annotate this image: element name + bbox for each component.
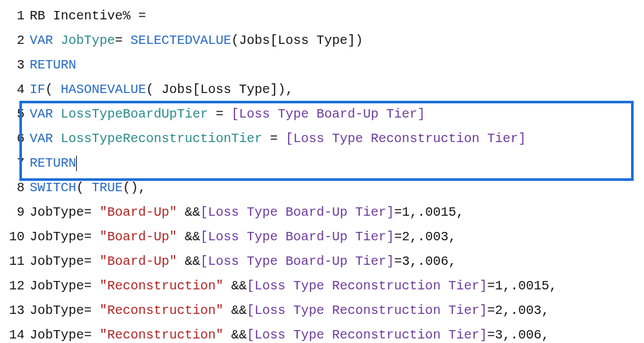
token: VAR bbox=[30, 107, 61, 121]
token: =1,.0015, bbox=[394, 205, 464, 220]
code-content: IF( HASONEVALUE( Jobs[Loss Type]), bbox=[30, 78, 641, 102]
line-number: 5 bbox=[3, 102, 30, 127]
token: "Reconstruction" bbox=[99, 278, 223, 293]
token: (), bbox=[123, 180, 146, 195]
token: =2,.003, bbox=[394, 229, 456, 244]
line-number: 2 bbox=[3, 28, 30, 53]
token: RB Incentive% bbox=[30, 8, 138, 23]
token: = bbox=[262, 131, 286, 146]
token: [Loss Type Board-Up Tier] bbox=[231, 107, 425, 121]
token: [Loss Type Reconstruction Tier] bbox=[247, 303, 487, 318]
token: =3,.006, bbox=[394, 254, 456, 269]
token: [Loss Type Reconstruction Tier] bbox=[247, 278, 487, 293]
code-line: 9JobType= "Board-Up" &&[Loss Type Board-… bbox=[3, 200, 641, 225]
token: "Reconstruction" bbox=[99, 327, 223, 342]
code-line: 6VAR LossTypeReconstructionTier = [Loss … bbox=[3, 127, 641, 151]
line-number: 13 bbox=[3, 298, 30, 323]
token: && bbox=[177, 229, 200, 244]
line-number: 10 bbox=[3, 225, 30, 249]
token: TRUE bbox=[92, 180, 123, 195]
code-content: VAR JobType= SELECTEDVALUE(Jobs[Loss Typ… bbox=[30, 28, 641, 53]
line-number: 9 bbox=[3, 200, 30, 225]
code-line: 4IF( HASONEVALUE( Jobs[Loss Type]), bbox=[3, 78, 641, 102]
code-line: 13JobType= "Reconstruction" &&[Loss Type… bbox=[3, 298, 641, 323]
code-content: RETURN bbox=[30, 53, 641, 78]
token: JobType= bbox=[30, 254, 99, 269]
token: = bbox=[208, 107, 231, 121]
code-line: 8SWITCH( TRUE(), bbox=[3, 176, 641, 200]
token: [Loss Type Board-Up Tier] bbox=[200, 254, 394, 269]
code-line: 10JobType= "Board-Up" &&[Loss Type Board… bbox=[3, 225, 641, 249]
code-content: VAR LossTypeReconstructionTier = [Loss T… bbox=[30, 127, 641, 151]
code-line: 2VAR JobType= SELECTEDVALUE(Jobs[Loss Ty… bbox=[3, 28, 641, 53]
token: JobType= bbox=[30, 229, 99, 244]
token: [Loss Type Board-Up Tier] bbox=[200, 229, 394, 244]
code-content: JobType= "Board-Up" &&[Loss Type Board-U… bbox=[30, 225, 641, 249]
code-content: JobType= "Reconstruction" &&[Loss Type R… bbox=[30, 298, 641, 323]
token: SWITCH bbox=[30, 180, 76, 195]
code-content: RB Incentive% = bbox=[30, 4, 641, 28]
token: LossTypeReconstructionTier bbox=[61, 131, 262, 146]
token: JobType= bbox=[30, 278, 99, 293]
code-content: SWITCH( TRUE(), bbox=[30, 176, 641, 200]
token: RETURN bbox=[30, 156, 76, 171]
line-number: 7 bbox=[3, 151, 30, 176]
code-line: 11JobType= "Board-Up" &&[Loss Type Board… bbox=[3, 249, 641, 274]
token: [Loss Type Reconstruction Tier] bbox=[247, 327, 487, 342]
code-content: VAR LossTypeBoardUpTier = [Loss Type Boa… bbox=[30, 102, 641, 127]
token: JobType bbox=[61, 33, 115, 48]
code-line: 1RB Incentive% = bbox=[3, 4, 641, 28]
token: LossTypeBoardUpTier bbox=[61, 107, 208, 121]
line-number: 8 bbox=[3, 176, 30, 200]
code-line: 3RETURN bbox=[3, 53, 641, 78]
token: IF bbox=[30, 82, 45, 97]
code-line: 12JobType= "Reconstruction" &&[Loss Type… bbox=[3, 274, 641, 298]
token: && bbox=[223, 327, 247, 342]
token: JobType= bbox=[30, 303, 99, 318]
code-content: JobType= "Board-Up" &&[Loss Type Board-U… bbox=[30, 200, 641, 225]
token: && bbox=[223, 303, 247, 318]
token: JobType= bbox=[30, 205, 99, 220]
code-content: JobType= "Reconstruction" &&[Loss Type R… bbox=[30, 323, 641, 343]
code-line: 7RETURN bbox=[3, 151, 641, 176]
token: && bbox=[177, 254, 200, 269]
token: = bbox=[115, 33, 130, 48]
line-number: 4 bbox=[3, 78, 30, 102]
line-number: 14 bbox=[3, 323, 30, 343]
token: "Board-Up" bbox=[99, 254, 177, 269]
code-content: JobType= "Reconstruction" &&[Loss Type R… bbox=[30, 274, 641, 298]
token: ( Jobs[Loss Type]), bbox=[146, 82, 293, 97]
token: "Board-Up" bbox=[99, 205, 177, 220]
token: ( bbox=[45, 82, 61, 97]
token: RETURN bbox=[30, 57, 76, 72]
token: (Jobs[Loss Type]) bbox=[231, 33, 363, 48]
token: [Loss Type Reconstruction Tier] bbox=[286, 131, 526, 146]
token: =3,.006, bbox=[487, 327, 549, 342]
token: VAR bbox=[30, 33, 61, 48]
token: HASONEVALUE bbox=[61, 82, 146, 97]
line-number: 6 bbox=[3, 127, 30, 151]
token: =2,.003, bbox=[487, 303, 549, 318]
token: JobType= bbox=[30, 327, 99, 342]
code-content: RETURN bbox=[30, 151, 641, 176]
code-line: 14JobType= "Reconstruction" &&[Loss Type… bbox=[3, 323, 641, 343]
code-content: JobType= "Board-Up" &&[Loss Type Board-U… bbox=[30, 249, 641, 274]
token: = bbox=[138, 8, 146, 23]
line-number: 11 bbox=[3, 249, 30, 274]
token: && bbox=[177, 205, 200, 220]
token: =1,.0015, bbox=[487, 278, 557, 293]
code-line: 5VAR LossTypeBoardUpTier = [Loss Type Bo… bbox=[3, 102, 641, 127]
token: SELECTEDVALUE bbox=[130, 33, 231, 48]
token: VAR bbox=[30, 131, 61, 146]
line-number: 3 bbox=[3, 53, 30, 78]
line-number: 12 bbox=[3, 274, 30, 298]
token: "Reconstruction" bbox=[99, 303, 223, 318]
text-caret bbox=[76, 156, 77, 171]
dax-editor[interactable]: 1RB Incentive% =2VAR JobType= SELECTEDVA… bbox=[0, 0, 644, 343]
token: "Board-Up" bbox=[99, 229, 177, 244]
token: && bbox=[223, 278, 247, 293]
line-number: 1 bbox=[3, 4, 30, 28]
token: ( bbox=[76, 180, 92, 195]
token: [Loss Type Board-Up Tier] bbox=[200, 205, 394, 220]
